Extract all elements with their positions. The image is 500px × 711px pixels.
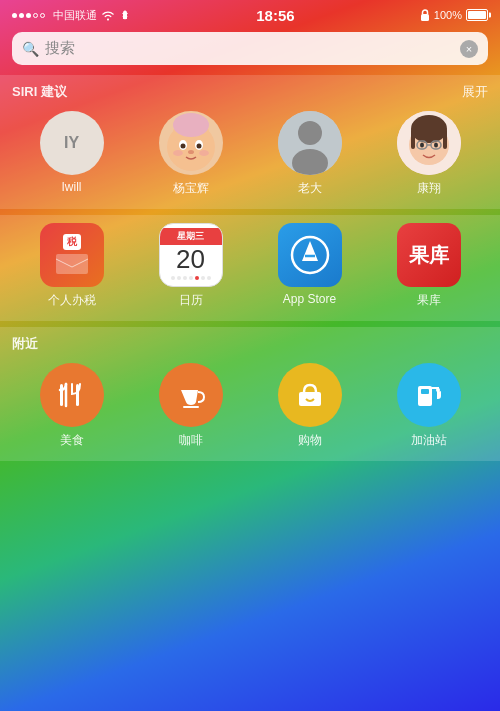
siri-section-title: SIRI 建议	[12, 83, 67, 101]
svg-point-10	[199, 150, 209, 156]
nearby-icon-shop	[278, 363, 342, 427]
nearby-coffee[interactable]: 咖啡	[151, 363, 231, 449]
nearby-label-shop: 购物	[298, 432, 322, 449]
svg-point-16	[411, 115, 447, 143]
apps-row: 税 个人办税 星期三 20	[12, 223, 488, 309]
carrier-name: 中国联通	[53, 8, 97, 23]
avatar-iwill: IY	[40, 111, 104, 175]
app-label-appstore: App Store	[283, 292, 336, 306]
app-appstore[interactable]: App Store	[270, 223, 350, 309]
nearby-section-title: 附近	[12, 335, 38, 353]
signal-dot-1	[12, 13, 17, 18]
svg-rect-30	[299, 392, 321, 406]
nearby-row: 美食 咖啡 购物	[12, 363, 488, 449]
tax-badge: 税	[63, 234, 81, 250]
svg-point-9	[173, 150, 183, 156]
status-bar: 中国联通 18:56 100%	[0, 0, 500, 28]
app-label-calendar: 日历	[179, 292, 203, 309]
status-left: 中国联通	[12, 8, 131, 23]
nearby-food[interactable]: 美食	[32, 363, 112, 449]
contact-laoda[interactable]: 老大	[270, 111, 350, 197]
app-calendar[interactable]: 星期三 20 日历	[151, 223, 231, 309]
search-icon: 🔍	[22, 41, 39, 57]
svg-rect-18	[443, 129, 447, 149]
siri-expand-button[interactable]: 展开	[462, 83, 488, 101]
tax-icon-inner: 税	[54, 234, 90, 276]
battery-percent: 100%	[434, 9, 462, 21]
contact-name-yangbaohu: 杨宝辉	[173, 180, 209, 197]
wifi-icon	[101, 10, 115, 21]
apps-section: 税 个人办税 星期三 20	[0, 215, 500, 321]
svg-rect-32	[421, 389, 429, 394]
signal-dot-2	[19, 13, 24, 18]
avatar-laoda	[278, 111, 342, 175]
svg-point-8	[188, 150, 194, 154]
nearby-icon-coffee	[159, 363, 223, 427]
svg-point-3	[173, 113, 209, 137]
status-right: 100%	[420, 9, 488, 21]
svg-rect-17	[411, 129, 415, 149]
avatar-yangbaohu	[159, 111, 223, 175]
search-bar[interactable]: 🔍 搜索 ×	[12, 32, 488, 65]
nearby-label-coffee: 咖啡	[179, 432, 203, 449]
signal-dot-3	[26, 13, 31, 18]
contact-name-kangxiang: 康翔	[417, 180, 441, 197]
contact-yangbaohu[interactable]: 杨宝辉	[151, 111, 231, 197]
svg-point-22	[420, 143, 424, 148]
search-clear-button[interactable]: ×	[460, 40, 478, 58]
battery-icon	[466, 9, 488, 21]
svg-rect-24	[56, 254, 88, 274]
contact-name-iwill: Iwill	[62, 180, 82, 194]
nearby-icon-food	[40, 363, 104, 427]
calendar-dots	[165, 274, 217, 282]
lock-icon	[420, 9, 430, 21]
app-icon-guoku: 果库	[397, 223, 461, 287]
calendar-month: 星期三	[160, 228, 222, 245]
svg-point-6	[180, 144, 185, 149]
app-label-guoku: 果库	[417, 292, 441, 309]
app-tax[interactable]: 税 个人办税	[32, 223, 112, 309]
battery-fill	[468, 11, 486, 19]
nearby-shop[interactable]: 购物	[270, 363, 350, 449]
app-icon-calendar: 星期三 20	[159, 223, 223, 287]
signal-dot-4	[33, 13, 38, 18]
clock: 18:56	[256, 7, 294, 24]
nearby-icon-gas	[397, 363, 461, 427]
siri-section-header: SIRI 建议 展开	[12, 83, 488, 101]
contact-kangxiang[interactable]: 康翔	[389, 111, 469, 197]
search-placeholder: 搜索	[45, 39, 454, 58]
svg-rect-28	[76, 384, 79, 406]
signal-arrow-icon	[119, 9, 131, 21]
svg-point-7	[196, 144, 201, 149]
avatar-kangxiang	[397, 111, 461, 175]
app-guoku[interactable]: 果库 果库	[389, 223, 469, 309]
signal-dot-5	[40, 13, 45, 18]
nearby-label-gas: 加油站	[411, 432, 447, 449]
signal-strength	[12, 13, 45, 18]
contact-iwill[interactable]: IY Iwill	[32, 111, 112, 197]
app-label-tax: 个人办税	[48, 292, 96, 309]
guoku-text: 果库	[409, 242, 449, 269]
siri-section: SIRI 建议 展开 IY Iwill	[0, 75, 500, 209]
nearby-label-food: 美食	[60, 432, 84, 449]
svg-point-23	[434, 143, 438, 148]
nearby-section: 附近 美食 咖啡	[0, 327, 500, 461]
nearby-section-header: 附近	[12, 335, 488, 353]
app-icon-tax: 税	[40, 223, 104, 287]
calendar-day: 20	[176, 245, 205, 274]
contacts-row: IY Iwill	[12, 111, 488, 197]
svg-rect-27	[60, 384, 63, 406]
svg-point-12	[298, 121, 322, 145]
svg-point-33	[436, 388, 440, 392]
svg-rect-0	[421, 14, 429, 21]
contact-name-laoda: 老大	[298, 180, 322, 197]
app-icon-appstore	[278, 223, 342, 287]
nearby-gas[interactable]: 加油站	[389, 363, 469, 449]
